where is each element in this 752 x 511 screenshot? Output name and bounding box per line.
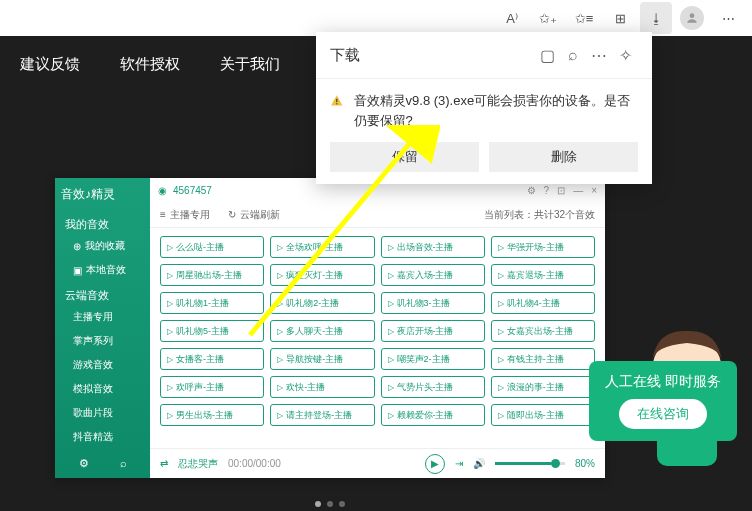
sound-button[interactable]: 气势片头-主播	[381, 376, 485, 398]
sound-button[interactable]: 欢呼声-主播	[160, 376, 264, 398]
next-icon[interactable]: ⇥	[455, 458, 463, 469]
tool-icon[interactable]: ⊡	[557, 185, 565, 196]
sound-button[interactable]: 华强开场-主播	[491, 236, 595, 258]
volume-icon[interactable]: 🔊	[473, 458, 485, 469]
download-panel: 下载 ▢ ⌕ ⋯ ✧ 音效精灵v9.8 (3).exe可能会损害你的设备。是否仍…	[316, 32, 652, 184]
sidebar-item[interactable]: 游戏音效	[55, 353, 150, 377]
pin-icon[interactable]: ✧	[612, 42, 638, 68]
svg-rect-2	[336, 99, 337, 102]
sidebar-item[interactable]: 主播专用	[55, 305, 150, 329]
toolbar-tab2[interactable]: ↻云端刷新	[228, 208, 280, 222]
sidebar-section-my[interactable]: 我的音效	[55, 211, 150, 234]
sound-button[interactable]: 疯狂灭灯-主播	[270, 264, 374, 286]
sidebar-item[interactable]: 抖音精选	[55, 425, 150, 449]
sound-button[interactable]: 叽礼物3-主播	[381, 292, 485, 314]
download-warning-message: 音效精灵v9.8 (3).exe可能会损害你的设备。是否仍要保留?	[354, 91, 638, 130]
user-id: 4567457	[173, 185, 212, 196]
chat-text: 人工在线 即时服务	[605, 373, 721, 391]
sound-button[interactable]: 叽礼物2-主播	[270, 292, 374, 314]
app-logo: 音效♪精灵	[55, 178, 150, 211]
add-favorite-icon[interactable]: ✩₊	[532, 2, 564, 34]
carousel-dots[interactable]	[315, 501, 345, 507]
sound-button[interactable]: 女嘉宾出场-主播	[491, 320, 595, 342]
help-icon[interactable]: ?	[544, 185, 550, 196]
downloads-icon[interactable]: ⭳	[640, 2, 672, 34]
collections-icon[interactable]: ⊞	[604, 2, 636, 34]
warning-icon	[330, 93, 344, 109]
sound-button[interactable]: 随即出场-主播	[491, 404, 595, 426]
favorites-icon[interactable]: ✩≡	[568, 2, 600, 34]
profile-icon[interactable]	[676, 2, 708, 34]
delete-button[interactable]: 删除	[489, 142, 638, 172]
play-button[interactable]: ▶	[425, 454, 445, 474]
sound-button[interactable]: 多人聊天-主播	[270, 320, 374, 342]
read-aloud-icon[interactable]: A⁾	[496, 2, 528, 34]
menu-icon[interactable]: ⋯	[712, 2, 744, 34]
sound-button[interactable]: 全场欢呼-主播	[270, 236, 374, 258]
svg-point-0	[690, 13, 695, 18]
sound-button[interactable]: 叽礼物1-主播	[160, 292, 264, 314]
sidebar-local[interactable]: ▣本地音效	[55, 258, 150, 282]
track-name: 忍悲哭声	[178, 457, 218, 471]
sound-button[interactable]: 浪漫的事-主播	[491, 376, 595, 398]
volume-percent: 80%	[575, 458, 595, 469]
sound-button[interactable]: 男生出场-主播	[160, 404, 264, 426]
sound-button[interactable]: 嘉宾退场-主播	[491, 264, 595, 286]
sound-button[interactable]: 导航按键-主播	[270, 348, 374, 370]
close-icon[interactable]: ×	[591, 185, 597, 196]
search-icon[interactable]: ⌕	[560, 42, 586, 68]
sound-button[interactable]: 女播客-主播	[160, 348, 264, 370]
settings-icon[interactable]: ⚙	[79, 457, 89, 470]
nav-license[interactable]: 软件授权	[120, 55, 180, 74]
app-sidebar: 音效♪精灵 我的音效 ⊕我的收藏 ▣本地音效 云端音效 主播专用 掌声系列 游戏…	[55, 178, 150, 478]
user-icon: ◉	[158, 185, 167, 196]
volume-slider[interactable]	[495, 462, 565, 465]
more-icon[interactable]: ⋯	[586, 42, 612, 68]
sidebar-section-cloud[interactable]: 云端音效	[55, 282, 150, 305]
nav-feedback[interactable]: 建议反馈	[20, 55, 80, 74]
settings-icon[interactable]: ⚙	[527, 185, 536, 196]
minimize-icon[interactable]: —	[573, 185, 583, 196]
svg-rect-3	[336, 103, 337, 104]
sound-button[interactable]: 嘲笑声2-主播	[381, 348, 485, 370]
sound-button[interactable]: 么么哒-主播	[160, 236, 264, 258]
shuffle-icon[interactable]: ⇄	[160, 458, 168, 469]
sound-button[interactable]: 赖赖爱你-主播	[381, 404, 485, 426]
sound-button[interactable]: 叽礼物5-主播	[160, 320, 264, 342]
sound-button[interactable]: 周星驰出场-主播	[160, 264, 264, 286]
sound-button[interactable]: 嘉宾入场-主播	[381, 264, 485, 286]
nav-about[interactable]: 关于我们	[220, 55, 280, 74]
app-window: 音效♪精灵 我的音效 ⊕我的收藏 ▣本地音效 云端音效 主播专用 掌声系列 游戏…	[55, 178, 605, 478]
sound-button[interactable]: 夜店开场-主播	[381, 320, 485, 342]
sound-grid: 么么哒-主播全场欢呼-主播出场音效-主播华强开场-主播周星驰出场-主播疯狂灭灯-…	[150, 228, 605, 448]
sidebar-item[interactable]: 掌声系列	[55, 329, 150, 353]
search-icon[interactable]: ⌕	[120, 457, 127, 470]
folder-icon[interactable]: ▢	[534, 42, 560, 68]
sound-button[interactable]: 有钱主持-主播	[491, 348, 595, 370]
sound-button[interactable]: 出场音效-主播	[381, 236, 485, 258]
toolbar-tab1[interactable]: ≡主播专用	[160, 208, 210, 222]
sound-button[interactable]: 请主持登场-主播	[270, 404, 374, 426]
sound-count: 当前列表：共计32个音效	[484, 208, 595, 222]
sidebar-item[interactable]: 模拟音效	[55, 377, 150, 401]
sound-button[interactable]: 叽礼物4-主播	[491, 292, 595, 314]
chat-bubble: 人工在线 即时服务 在线咨询	[589, 361, 737, 441]
sidebar-item[interactable]: 歌曲片段	[55, 401, 150, 425]
sidebar-favorites[interactable]: ⊕我的收藏	[55, 234, 150, 258]
download-title: 下载	[330, 46, 534, 65]
track-time: 00:00/00:00	[228, 458, 281, 469]
sound-button[interactable]: 欢快-主播	[270, 376, 374, 398]
chat-consult-button[interactable]: 在线咨询	[619, 399, 707, 429]
keep-button[interactable]: 保留	[330, 142, 479, 172]
